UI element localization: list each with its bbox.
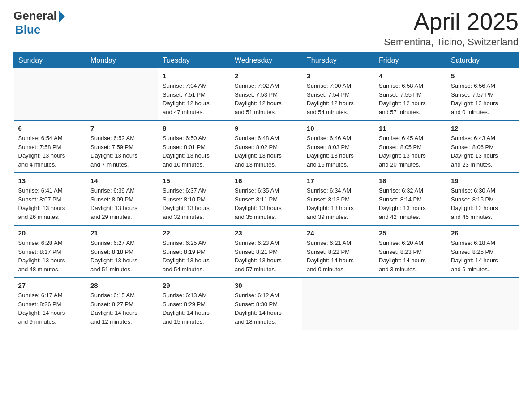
calendar-cell: 25Sunrise: 6:20 AM Sunset: 8:23 PM Dayli…: [374, 225, 446, 278]
day-info: Sunrise: 7:02 AM Sunset: 7:53 PM Dayligh…: [235, 81, 297, 116]
day-info: Sunrise: 7:04 AM Sunset: 7:51 PM Dayligh…: [163, 81, 225, 116]
day-info: Sunrise: 6:48 AM Sunset: 8:02 PM Dayligh…: [235, 134, 297, 169]
day-info: Sunrise: 6:25 AM Sunset: 8:19 PM Dayligh…: [163, 239, 225, 274]
calendar-cell: 26Sunrise: 6:18 AM Sunset: 8:25 PM Dayli…: [446, 225, 519, 278]
day-info: Sunrise: 6:17 AM Sunset: 8:26 PM Dayligh…: [18, 291, 82, 326]
day-number: 30: [235, 282, 297, 289]
header-cell-tuesday: Tuesday: [158, 53, 230, 68]
day-number: 27: [18, 282, 82, 289]
calendar-cell: 14Sunrise: 6:39 AM Sunset: 8:09 PM Dayli…: [86, 173, 158, 225]
calendar-header: SundayMondayTuesdayWednesdayThursdayFrid…: [14, 53, 519, 68]
day-number: 6: [18, 124, 82, 132]
calendar-cell: 18Sunrise: 6:32 AM Sunset: 8:14 PM Dayli…: [374, 173, 446, 225]
calendar-week-4: 27Sunrise: 6:17 AM Sunset: 8:26 PM Dayli…: [14, 278, 519, 330]
day-info: Sunrise: 6:46 AM Sunset: 8:03 PM Dayligh…: [307, 134, 369, 169]
logo-arrow-icon: [59, 10, 65, 23]
day-number: 11: [379, 124, 442, 132]
day-info: Sunrise: 6:20 AM Sunset: 8:23 PM Dayligh…: [379, 239, 442, 274]
header-cell-wednesday: Wednesday: [230, 53, 302, 68]
day-number: 23: [235, 229, 297, 237]
calendar-body: 1Sunrise: 7:04 AM Sunset: 7:51 PM Daylig…: [14, 68, 519, 330]
page-header: General Blue April 2025 Sementina, Ticin…: [13, 9, 519, 48]
day-number: 19: [451, 177, 514, 184]
day-info: Sunrise: 6:39 AM Sunset: 8:09 PM Dayligh…: [90, 186, 153, 221]
calendar-cell: 6Sunrise: 6:54 AM Sunset: 7:58 PM Daylig…: [14, 120, 86, 173]
day-number: 5: [451, 72, 514, 80]
day-info: Sunrise: 6:35 AM Sunset: 8:11 PM Dayligh…: [235, 186, 297, 221]
calendar-cell: 29Sunrise: 6:13 AM Sunset: 8:29 PM Dayli…: [158, 278, 230, 330]
calendar-cell: 20Sunrise: 6:28 AM Sunset: 8:17 PM Dayli…: [14, 225, 86, 278]
day-number: 26: [451, 229, 514, 237]
day-number: 1: [163, 72, 225, 80]
logo-blue-text: Blue: [15, 23, 40, 37]
calendar-cell: 9Sunrise: 6:48 AM Sunset: 8:02 PM Daylig…: [230, 120, 302, 173]
calendar-cell: 16Sunrise: 6:35 AM Sunset: 8:11 PM Dayli…: [230, 173, 302, 225]
logo: General Blue: [13, 9, 65, 37]
day-info: Sunrise: 6:23 AM Sunset: 8:21 PM Dayligh…: [235, 239, 297, 274]
day-info: Sunrise: 7:00 AM Sunset: 7:54 PM Dayligh…: [307, 81, 369, 116]
calendar-week-2: 13Sunrise: 6:41 AM Sunset: 8:07 PM Dayli…: [14, 173, 519, 225]
day-number: 4: [379, 72, 442, 80]
day-info: Sunrise: 6:13 AM Sunset: 8:29 PM Dayligh…: [163, 291, 225, 326]
header-cell-saturday: Saturday: [446, 53, 519, 68]
day-info: Sunrise: 6:54 AM Sunset: 7:58 PM Dayligh…: [18, 134, 82, 169]
day-info: Sunrise: 6:41 AM Sunset: 8:07 PM Dayligh…: [18, 186, 82, 221]
calendar-week-3: 20Sunrise: 6:28 AM Sunset: 8:17 PM Dayli…: [14, 225, 519, 278]
calendar-cell: 17Sunrise: 6:34 AM Sunset: 8:13 PM Dayli…: [302, 173, 374, 225]
day-info: Sunrise: 6:21 AM Sunset: 8:22 PM Dayligh…: [307, 239, 369, 274]
day-number: 24: [307, 229, 369, 237]
day-number: 20: [18, 229, 82, 237]
calendar-cell: 22Sunrise: 6:25 AM Sunset: 8:19 PM Dayli…: [158, 225, 230, 278]
day-number: 17: [307, 177, 369, 184]
calendar-table: SundayMondayTuesdayWednesdayThursdayFrid…: [13, 52, 519, 330]
title-section: April 2025 Sementina, Ticino, Switzerlan…: [384, 9, 519, 48]
day-number: 2: [235, 72, 297, 80]
calendar-week-1: 6Sunrise: 6:54 AM Sunset: 7:58 PM Daylig…: [14, 120, 519, 173]
day-info: Sunrise: 6:34 AM Sunset: 8:13 PM Dayligh…: [307, 186, 369, 221]
calendar-cell: [302, 278, 374, 330]
month-title: April 2025: [384, 9, 519, 34]
calendar-cell: 23Sunrise: 6:23 AM Sunset: 8:21 PM Dayli…: [230, 225, 302, 278]
day-info: Sunrise: 6:50 AM Sunset: 8:01 PM Dayligh…: [163, 134, 225, 169]
day-info: Sunrise: 6:37 AM Sunset: 8:10 PM Dayligh…: [163, 186, 225, 221]
calendar-cell: 30Sunrise: 6:12 AM Sunset: 8:30 PM Dayli…: [230, 278, 302, 330]
day-info: Sunrise: 6:18 AM Sunset: 8:25 PM Dayligh…: [451, 239, 514, 274]
day-number: 7: [90, 124, 153, 132]
day-number: 28: [90, 282, 153, 289]
calendar-cell: 19Sunrise: 6:30 AM Sunset: 8:15 PM Dayli…: [446, 173, 519, 225]
day-info: Sunrise: 6:58 AM Sunset: 7:55 PM Dayligh…: [379, 81, 442, 116]
calendar-cell: [446, 278, 519, 330]
calendar-cell: 3Sunrise: 7:00 AM Sunset: 7:54 PM Daylig…: [302, 68, 374, 121]
calendar-cell: 10Sunrise: 6:46 AM Sunset: 8:03 PM Dayli…: [302, 120, 374, 173]
day-number: 15: [163, 177, 225, 184]
day-info: Sunrise: 6:43 AM Sunset: 8:06 PM Dayligh…: [451, 134, 514, 169]
calendar-cell: 5Sunrise: 6:56 AM Sunset: 7:57 PM Daylig…: [446, 68, 519, 121]
calendar-cell: 27Sunrise: 6:17 AM Sunset: 8:26 PM Dayli…: [14, 278, 86, 330]
day-number: 21: [90, 229, 153, 237]
day-number: 3: [307, 72, 369, 80]
calendar-cell: 2Sunrise: 7:02 AM Sunset: 7:53 PM Daylig…: [230, 68, 302, 121]
day-number: 14: [90, 177, 153, 184]
day-info: Sunrise: 6:27 AM Sunset: 8:18 PM Dayligh…: [90, 239, 153, 274]
calendar-cell: [14, 68, 86, 121]
header-cell-friday: Friday: [374, 53, 446, 68]
day-info: Sunrise: 6:15 AM Sunset: 8:27 PM Dayligh…: [90, 291, 153, 326]
logo-general-text: General: [13, 9, 57, 23]
header-cell-monday: Monday: [86, 53, 158, 68]
calendar-cell: 11Sunrise: 6:45 AM Sunset: 8:05 PM Dayli…: [374, 120, 446, 173]
day-number: 22: [163, 229, 225, 237]
day-number: 29: [163, 282, 225, 289]
calendar-cell: 7Sunrise: 6:52 AM Sunset: 7:59 PM Daylig…: [86, 120, 158, 173]
calendar-cell: 8Sunrise: 6:50 AM Sunset: 8:01 PM Daylig…: [158, 120, 230, 173]
calendar-cell: 28Sunrise: 6:15 AM Sunset: 8:27 PM Dayli…: [86, 278, 158, 330]
calendar-cell: 21Sunrise: 6:27 AM Sunset: 8:18 PM Dayli…: [86, 225, 158, 278]
day-number: 18: [379, 177, 442, 184]
header-row: SundayMondayTuesdayWednesdayThursdayFrid…: [14, 53, 519, 68]
calendar-cell: 24Sunrise: 6:21 AM Sunset: 8:22 PM Dayli…: [302, 225, 374, 278]
day-info: Sunrise: 6:30 AM Sunset: 8:15 PM Dayligh…: [451, 186, 514, 221]
day-info: Sunrise: 6:56 AM Sunset: 7:57 PM Dayligh…: [451, 81, 514, 116]
day-info: Sunrise: 6:28 AM Sunset: 8:17 PM Dayligh…: [18, 239, 82, 274]
calendar-cell: 4Sunrise: 6:58 AM Sunset: 7:55 PM Daylig…: [374, 68, 446, 121]
header-cell-thursday: Thursday: [302, 53, 374, 68]
day-number: 16: [235, 177, 297, 184]
